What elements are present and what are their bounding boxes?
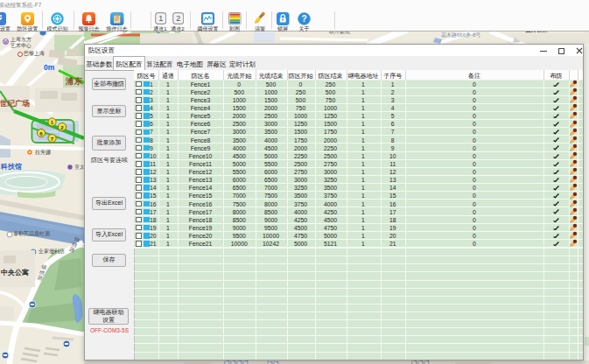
svg-text:1: 1	[158, 14, 163, 23]
svg-text:2: 2	[176, 14, 180, 23]
svg-text:0m: 0m	[44, 63, 55, 72]
svg-text:浦东: 浦东	[65, 76, 83, 86]
svg-text:?: ?	[301, 14, 306, 24]
svg-text:门门: 门门	[267, 360, 279, 364]
